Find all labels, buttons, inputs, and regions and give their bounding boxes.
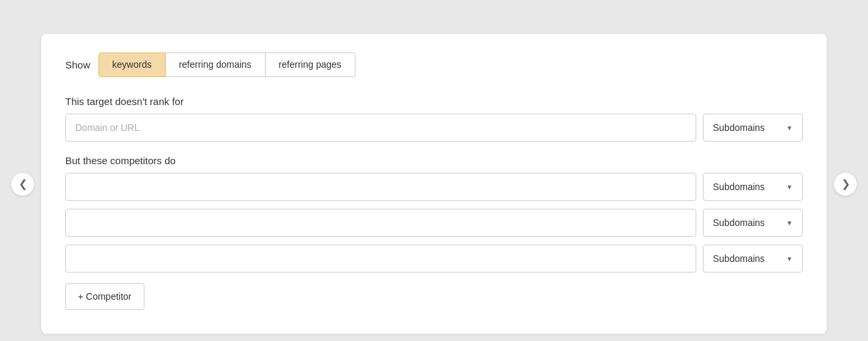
competitor-dropdown-arrow-icon-2: ▼	[786, 255, 793, 263]
competitor-input-1[interactable]	[65, 209, 696, 237]
right-chevron-icon: ❯	[841, 177, 850, 190]
competitor-input-row-1: Subdomains ▼	[65, 209, 803, 237]
competitors-section-label: But these competitors do	[65, 155, 803, 166]
competitor-subdomains-dropdown-2[interactable]: Subdomains ▼	[703, 245, 803, 273]
competitor-subdomains-label-1: Subdomains	[713, 217, 765, 228]
add-competitor-button[interactable]: + Competitor	[65, 283, 144, 310]
competitors-section: But these competitors do Subdomains ▼ Su…	[65, 155, 803, 310]
target-subdomains-dropdown[interactable]: Subdomains ▼	[703, 114, 803, 142]
show-label: Show	[65, 59, 91, 70]
tab-keywords[interactable]: keywords	[99, 53, 166, 78]
target-section: This target doesn't rank for Subdomains …	[65, 96, 803, 142]
target-section-label: This target doesn't rank for	[65, 96, 803, 107]
competitor-subdomains-label-2: Subdomains	[713, 253, 765, 264]
competitor-dropdown-arrow-icon-0: ▼	[786, 183, 793, 191]
competitor-input-row-0: Subdomains ▼	[65, 173, 803, 201]
tab-referring-pages[interactable]: referring pages	[266, 53, 355, 78]
main-card: Show keywords referring domains referrin…	[41, 34, 827, 334]
target-dropdown-arrow-icon: ▼	[786, 124, 793, 132]
tabs-row: Show keywords referring domains referrin…	[65, 53, 803, 78]
competitor-subdomains-label-0: Subdomains	[713, 181, 765, 192]
competitor-input-2[interactable]	[65, 245, 696, 273]
competitor-input-0[interactable]	[65, 173, 696, 201]
tab-referring-domains[interactable]: referring domains	[166, 53, 266, 78]
target-input-row: Subdomains ▼	[65, 114, 803, 142]
left-nav-arrow[interactable]: ❮	[11, 172, 35, 196]
target-domain-input[interactable]	[65, 114, 696, 142]
competitor-dropdown-arrow-icon-1: ▼	[786, 219, 793, 227]
competitor-subdomains-dropdown-0[interactable]: Subdomains ▼	[703, 173, 803, 201]
competitor-subdomains-dropdown-1[interactable]: Subdomains ▼	[703, 209, 803, 237]
target-subdomains-label: Subdomains	[713, 122, 765, 133]
page-wrapper: ❮ Show keywords referring domains referr…	[11, 13, 857, 341]
right-nav-arrow[interactable]: ❯	[833, 172, 857, 196]
competitor-input-row-2: Subdomains ▼	[65, 245, 803, 273]
left-chevron-icon: ❮	[19, 177, 27, 190]
